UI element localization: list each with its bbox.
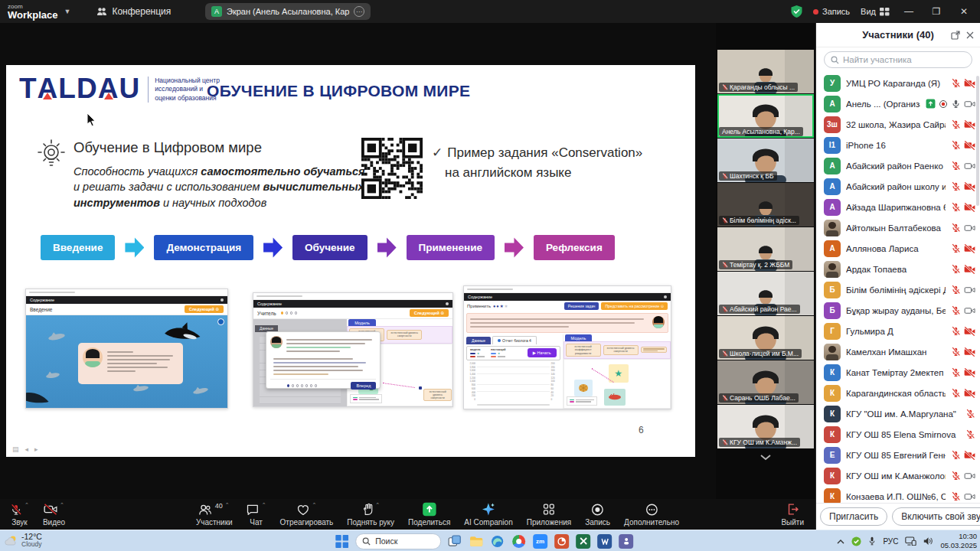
toolbar-label: Запись <box>585 518 610 527</box>
popout-icon[interactable] <box>951 31 960 40</box>
task-view-icon[interactable] <box>446 533 462 549</box>
chevron-up-icon[interactable]: ⌃ <box>225 502 230 508</box>
toolbar-raise-button[interactable]: ⌃Поднять руку <box>340 499 401 530</box>
participant-row[interactable]: ККанат Теміртау 2мектеп <box>816 362 980 383</box>
participant-row[interactable]: ЕКГУ ОШ 85 Евгений Геннадье... <box>816 445 980 465</box>
participant-row[interactable]: ААбайский район Раенко В В <box>816 155 980 176</box>
prev-slide-icon[interactable]: ◂ <box>25 445 29 453</box>
participant-avatar: Б <box>824 302 841 319</box>
participant-row[interactable]: ААллянова Лариса <box>816 238 980 259</box>
tab-meeting[interactable]: Конференция <box>96 6 171 17</box>
antivirus-icon[interactable] <box>851 536 861 546</box>
video-tile[interactable]: Анель Асылановна, Қар... <box>717 94 814 138</box>
recording-label: Запись <box>822 7 850 16</box>
participant-row[interactable]: Камелхан Имашхан <box>816 341 980 362</box>
security-shield-icon[interactable] <box>791 5 802 18</box>
toolbar-react-button[interactable]: ⌃Отреагировать <box>273 499 341 530</box>
video-tile[interactable]: Сарань ОШБ Лабае... <box>717 360 814 404</box>
excel-icon[interactable] <box>575 533 591 549</box>
app-screenshot-teacher: Содержание Учитель Следующий ⊙ Данные Мо… <box>253 292 453 407</box>
teams-icon[interactable] <box>618 533 634 549</box>
participant-status-icons <box>951 243 975 253</box>
weather-widget[interactable]: -12°CCloudy <box>5 532 42 548</box>
participant-row[interactable]: ББұқар жырау ауданы, Березня... <box>816 300 980 321</box>
participant-row[interactable]: ККГУ ОШ 85 Elena Smirnova <box>816 424 980 445</box>
more-icon <box>645 503 658 517</box>
tray-expand-icon[interactable] <box>837 539 844 544</box>
toolbar-audio-button[interactable]: ⌃Звук <box>3 499 36 530</box>
toolbar-apps-button[interactable]: Приложения <box>520 499 579 530</box>
invite-button[interactable]: Пригласить <box>820 507 887 526</box>
scrollbar[interactable] <box>976 76 979 206</box>
participant-row[interactable]: ККГУ "ОШ им. А.Маргулана" <box>816 403 980 424</box>
powerpoint-icon[interactable] <box>554 533 570 549</box>
participant-row[interactable]: ГГульмира Д <box>816 321 980 341</box>
mic-muted-icon <box>951 223 961 233</box>
toolbar-share-button[interactable]: Поделиться <box>401 499 457 530</box>
minimize-button[interactable]: — <box>900 6 917 17</box>
participant-row[interactable]: ККГУ ОШ им К.Аманжолова Ар... <box>816 465 980 486</box>
grid-view-icon[interactable]: ▤ <box>12 445 19 453</box>
toolbar-leave-button[interactable]: Выйти <box>774 499 811 530</box>
toolbar-label: Участники <box>196 518 233 527</box>
file-explorer-icon[interactable] <box>468 533 484 549</box>
participant-row[interactable]: Ардак Топаева <box>816 259 980 279</box>
participant-name: Абайский район Раенко В В <box>846 161 946 171</box>
language-indicator[interactable]: РУС <box>883 537 898 546</box>
mic-muted-icon <box>951 243 961 253</box>
video-tile[interactable]: КГУ ОШ им К.Аманж... <box>717 405 814 448</box>
participant-row[interactable]: 3ш32 школа, Жазира Сайранкызы <box>816 114 980 135</box>
chevron-up-icon[interactable]: ⌃ <box>312 502 316 508</box>
close-button[interactable]: ✕ <box>956 6 972 17</box>
chevron-up-icon[interactable]: ⌃ <box>24 502 29 508</box>
restore-button[interactable]: ❐ <box>928 6 945 17</box>
tray-mic-icon[interactable] <box>868 536 876 546</box>
toolbar-chat-button[interactable]: ⌃Чат <box>240 499 273 530</box>
participant-row[interactable]: ККарагандинская область Теми... <box>816 383 980 403</box>
volume-icon[interactable] <box>923 536 933 546</box>
flow-step-4: Применение <box>407 235 495 260</box>
chevron-up-icon[interactable]: ⌃ <box>375 502 380 508</box>
taskbar-search[interactable]: Поиск <box>355 533 441 549</box>
tab-shared-screen[interactable]: А Экран (Анель Асылановна, Кар ⋯ <box>205 3 371 20</box>
participant-row[interactable]: I1iPhone 16 <box>816 135 980 155</box>
start-button[interactable] <box>334 533 350 549</box>
video-tile[interactable]: Абайский район Рае... <box>717 272 814 315</box>
taskbar-clock[interactable]: 10:30 05.03.2025 <box>940 532 977 550</box>
chart-legend: модель ★ настоящий ★ ▶ Начать <box>466 346 560 360</box>
browser-icon[interactable] <box>511 533 527 549</box>
word-icon[interactable] <box>596 533 612 549</box>
toolbar-ai-button[interactable]: AI Companion <box>457 499 519 530</box>
next-slide-icon[interactable]: ▸ <box>34 445 38 453</box>
zoom-app-icon[interactable]: zm <box>532 533 548 549</box>
toolbar-video-button[interactable]: ⌃Видео <box>36 499 72 530</box>
close-panel-icon[interactable] <box>966 31 974 39</box>
video-tile[interactable]: Школа-лицей им Б.М... <box>717 316 814 360</box>
participant-row[interactable]: ААбайский район школу имени... <box>816 176 980 197</box>
participant-row[interactable]: ААйзада Шарипжановна 61 ме... <box>816 197 980 217</box>
participant-row[interactable]: ББілім бөлімінің әдіскері Дариг... <box>816 279 980 300</box>
edge-browser-icon[interactable] <box>489 533 505 549</box>
search-participant-input[interactable]: Найти участника <box>824 51 972 68</box>
more-options-icon[interactable]: ⋯ <box>354 6 364 17</box>
participant-count-badge: 40 <box>215 502 223 510</box>
video-tile[interactable]: Қарағанды облысы ... <box>717 50 814 93</box>
apps-icon <box>542 503 555 516</box>
participant-row[interactable]: УУМЦ РО Караганда (Я) <box>816 73 980 93</box>
chevron-down-icon[interactable]: ▼ <box>64 8 71 15</box>
view-button[interactable]: Вид <box>861 7 890 16</box>
participant-row[interactable]: ККонзаева И.П. ОШ№6, Сарань <box>816 486 980 503</box>
chevron-up-icon[interactable]: ⌃ <box>60 502 64 508</box>
chevron-up-icon[interactable]: ⌃ <box>262 502 266 508</box>
toolbar-record-button[interactable]: Запись <box>578 499 617 530</box>
toolbar-participants-button[interactable]: 40⌃Участники <box>189 499 240 530</box>
cast-device-icon[interactable] <box>905 536 916 546</box>
unmute-self-button[interactable]: Включить свой звук <box>892 507 980 526</box>
video-tile[interactable]: Шахтинск қ ББ <box>717 139 814 182</box>
video-tile[interactable]: Теміртау қ. 2 ЖББМ <box>717 227 814 271</box>
toolbar-more-button[interactable]: Дополнительно <box>617 499 686 530</box>
video-tile[interactable]: Білім бөлімінің әдіск... <box>717 183 814 227</box>
participant-row[interactable]: ААнель ... (Организатор) <box>816 93 980 114</box>
participant-row[interactable]: Айтолкын Балтабекова <box>816 217 980 238</box>
more-videos-button[interactable] <box>717 452 814 464</box>
